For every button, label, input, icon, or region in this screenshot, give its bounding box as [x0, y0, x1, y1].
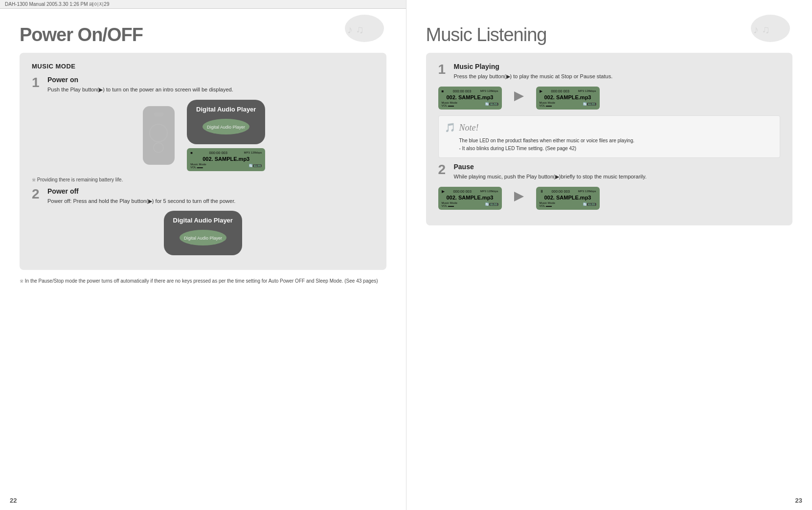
lcd-mode-vol-l: Music ModeVOL ▬▬ [442, 101, 457, 107]
lcd-eq-r: 🔄 EL55 [583, 102, 596, 106]
lcd-row1: ■ 000:00 003 MP3 128kbps [190, 151, 262, 155]
note-title: Note! [459, 121, 635, 135]
step-r1: 1 Music Playing Press the play button(▶)… [438, 63, 781, 81]
lcd-r1-time-l: 000:00 003 [453, 89, 472, 93]
lcd-r2-bottom-l: Music ModeVOL ▬▬ 🔄 EL55 [442, 201, 498, 207]
svg-text:Digital Audio Player: Digital Audio Player [184, 236, 222, 241]
left-page: DAH-1300 Manual 2005.3.30 1:26 PM 페이지29 … [0, 0, 406, 510]
device-display-off: Digital Audio Player Digital Audio Playe… [164, 211, 242, 255]
lcd-mode-vol-r: Music ModeVOL ▬▬ [540, 101, 555, 107]
lcd-vol: VOL ▬▬ [190, 166, 203, 169]
step-r1-text: Press the play button(▶) to play the mus… [454, 72, 781, 81]
step-1: 1 Power on Push the Play button(▶) to tu… [32, 76, 374, 94]
note-box: 🎵 Note! The blue LED on the product flas… [438, 115, 781, 158]
header-bar: DAH-1300 Manual 2005.3.30 1:26 PM 페이지29 [0, 0, 406, 9]
lcd-r1-bottom-r: Music ModeVOL ▬▬ 🔄 EL55 [540, 101, 596, 107]
svg-text:Digital Audio Player: Digital Audio Player [207, 125, 245, 130]
lcd-bitrate: MP3 128kbps [244, 151, 262, 154]
footnote-2: In the Pause/Stop mode the power turns o… [20, 277, 386, 285]
lcd-r2-eq-l: 🔄 EL55 [485, 202, 498, 206]
step-r2-text: While playing music, push the Play butto… [454, 173, 781, 181]
device-display-intro: Digital Audio Player Digital Audio Playe… [187, 100, 265, 144]
lcd-r2-mode-r: Music ModeVOL ▬▬ [540, 201, 555, 207]
lcd-r1-track-r: 002. SAMPLE.mp3 [540, 94, 596, 100]
poweroff-display: Digital Audio Player Digital Audio Playe… [32, 211, 374, 255]
step-2-text: Power off: Press and hold the Play butto… [47, 197, 374, 205]
music-mode-section: MUSIC MODE 1 Power on Push the Play butt… [20, 53, 386, 270]
right-page-title: Music Listening [426, 24, 793, 45]
stop-icon: ■ [442, 89, 444, 93]
lcd-r2-time-l: 000:00 003 [453, 189, 472, 194]
lcd-r2-bitrate-r: MP3 128kbps [578, 190, 596, 193]
svg-text:♪ ♫: ♪ ♫ [753, 23, 770, 36]
step-r1-title: Music Playing [454, 63, 781, 70]
top-decoration: ♪ ♫ [333, 9, 396, 45]
step-2: 2 Power off Power off: Press and hold th… [32, 187, 374, 205]
step-r2: 2 Pause While playing music, push the Pl… [438, 163, 781, 181]
page-num-right: 23 [795, 497, 802, 504]
step-r2-title: Pause [454, 163, 781, 171]
lcd-r1-play-row1: ▶ 000:00 003 MP3 128kbps [540, 89, 596, 93]
lcd-play-state: ▶ 000:00 003 MP3 128kbps 002. SAMPLE.mp3… [536, 87, 600, 110]
step-r2-num: 2 [438, 163, 449, 177]
lcd-track: 002. SAMPLE.mp3 [190, 156, 262, 162]
top-decoration-right: ♪ ♫ [739, 9, 802, 45]
device-display-label: Digital Audio Player [195, 106, 257, 113]
lcd-r2-track-r: 002. SAMPLE.mp3 [540, 195, 596, 200]
page-spread: DAH-1300 Manual 2005.3.30 1:26 PM 페이지29 … [0, 0, 812, 510]
play-icon: ▶ [540, 89, 542, 93]
lcd-r2-eq-r: 🔄 EL55 [583, 202, 596, 206]
lcd-eq-l: 🔄 EL55 [485, 102, 498, 106]
lcd-r2-pause-row1: ⏸ 000:00 003 MP3 128kbps [540, 189, 596, 194]
step-r1-content: Music Playing Press the play button(▶) t… [454, 63, 781, 81]
note-line1: The blue LED on the product flashes when… [459, 137, 635, 145]
lcd-status-screen-1: ■ 000:00 003 MP3 128kbps 002. SAMPLE.mp3… [187, 148, 265, 171]
step-1-num: 1 [32, 76, 43, 89]
step-1-content: Power on Push the Play button(▶) to turn… [47, 76, 374, 94]
music-play-lcd-pair: ■ 000:00 003 MP3 128kbps 002. SAMPLE.mp3… [438, 87, 781, 110]
device-silhouette [140, 104, 177, 167]
device-image-area: Digital Audio Player Digital Audio Playe… [32, 100, 374, 171]
lcd-r1-bitrate-l: MP3 128kbps [480, 89, 498, 92]
arrow-play [512, 89, 526, 107]
lcd-r2-mode-l: Music ModeVOL ▬▬ [442, 201, 457, 207]
step-2-title: Power off [47, 187, 374, 195]
lcd-eq: 🔄 EL55 [249, 164, 262, 167]
footnote-1: Providing there is remaining battery lif… [32, 176, 374, 183]
svg-marker-13 [514, 192, 524, 201]
step-1-text: Push the Play button(▶) to turn on the p… [47, 86, 374, 94]
lcd-time: 000:00 003 [209, 151, 227, 155]
note-line2: - It also blinks during LED Time setting… [459, 145, 635, 153]
svg-text:♪ ♫: ♪ ♫ [347, 23, 364, 36]
lcd-r2-bottom-r: Music ModeVOL ▬▬ 🔄 EL55 [540, 201, 596, 207]
lcd-row3: Music ModeVOL ▬▬ 🔄 EL55 [190, 163, 262, 169]
lcd-r1-track-l: 002. SAMPLE.mp3 [442, 94, 498, 100]
lcd-r2-time-r: 000:00 003 [551, 189, 570, 194]
music-section-box: 1 Music Playing Press the play button(▶)… [426, 53, 793, 225]
lcd-r2-bitrate-l: MP3 128kbps [480, 190, 498, 193]
note-inner: 🎵 Note! The blue LED on the product flas… [445, 121, 774, 153]
step-2-num: 2 [32, 187, 43, 201]
pause-icon: ⏸ [540, 189, 543, 194]
lcd-paused-state: ⏸ 000:00 003 MP3 128kbps 002. SAMPLE.mp3… [536, 187, 600, 210]
note-icon: 🎵 [445, 121, 455, 135]
lcd-r2-play-row1: ▶ 000:00 003 MP3 128kbps [442, 189, 498, 194]
header-text: DAH-1300 Manual 2005.3.30 1:26 PM 페이지29 [5, 1, 109, 8]
lcd-r1-bitrate-r: MP3 128kbps [578, 89, 596, 92]
lcd-display-group: Digital Audio Player Digital Audio Playe… [187, 100, 265, 171]
lcd-stop-state: ■ 000:00 003 MP3 128kbps 002. SAMPLE.mp3… [438, 87, 502, 110]
left-page-title: Power On/OFF [20, 24, 386, 45]
lcd-status-icon: ■ [190, 151, 193, 155]
pause-lcd-pair: ▶ 000:00 003 MP3 128kbps 002. SAMPLE.mp3… [438, 187, 781, 210]
note-content: Note! The blue LED on the product flashe… [459, 121, 635, 153]
svg-rect-5 [154, 112, 163, 116]
page-num-left: 22 [10, 497, 17, 504]
lcd-mode: Music ModeVOL ▬▬ [190, 163, 206, 169]
device-display-off-label: Digital Audio Player [172, 217, 234, 224]
lcd-r1-stop-row1: ■ 000:00 003 MP3 128kbps [442, 89, 498, 93]
step-2-content: Power off Power off: Press and hold the … [47, 187, 374, 205]
play-icon-2: ▶ [442, 189, 445, 194]
step-1-title: Power on [47, 76, 374, 84]
step-r1-num: 1 [438, 63, 449, 76]
lcd-playing-state: ▶ 000:00 003 MP3 128kbps 002. SAMPLE.mp3… [438, 187, 502, 210]
